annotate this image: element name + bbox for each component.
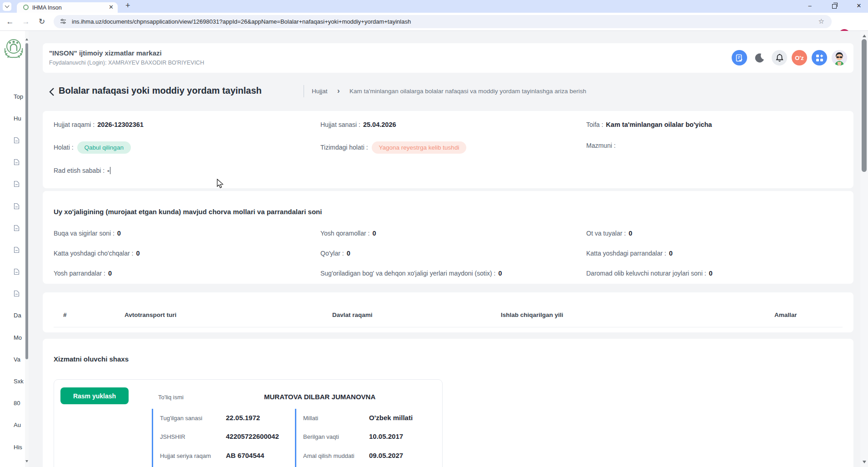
sidebar-item[interactable] bbox=[0, 129, 25, 151]
browser-tab-strip: IHMA Inson ✕ + – ✕ bbox=[0, 0, 868, 13]
reload-button[interactable]: ↻ bbox=[35, 13, 48, 31]
detail-label: Berilgan vaqti bbox=[303, 433, 339, 440]
field-hujjat-raqami: Hujjat raqami :2026-12302361 bbox=[54, 119, 144, 130]
chevron-down-icon bbox=[5, 4, 10, 8]
notifications-button[interactable] bbox=[772, 50, 787, 65]
status-badge: Qabul qilingan bbox=[77, 141, 131, 154]
field-mazmuni: Mazmuni : bbox=[586, 140, 619, 151]
forward-button[interactable]: → bbox=[20, 13, 32, 31]
livestock-card: Uy xo'jaligining (murojaat etgan kunda) … bbox=[43, 191, 853, 284]
sidebar-item[interactable]: Hu bbox=[0, 107, 25, 129]
detail-label: JSHSHIR bbox=[160, 433, 185, 440]
detail-value: AB 6704544 bbox=[226, 452, 264, 459]
tab-search-button[interactable] bbox=[3, 2, 11, 11]
sidebar-item[interactable] bbox=[0, 217, 25, 239]
field-hujjat-sanasi: Hujjat sanasi :25.04.2026 bbox=[320, 119, 396, 130]
address-bar[interactable]: ins.ihma.uz/documents/chpnsapplication/v… bbox=[54, 15, 832, 28]
detail-value: 22.05.1972 bbox=[226, 414, 260, 422]
field-toifa: Toifa :Kam ta'minlangan oilalar bo'yicha bbox=[586, 119, 712, 130]
browser-toolbar: ← → ↻ ins.ihma.uz/documents/chpnsapplica… bbox=[0, 13, 868, 31]
window-close-button[interactable]: ✕ bbox=[850, 0, 868, 13]
document-icon bbox=[14, 137, 20, 144]
field-chochqalar: Katta yoshdagi cho'chqalar :0 bbox=[54, 249, 140, 258]
page-scrollbar-thumb[interactable] bbox=[862, 39, 867, 172]
inson-logo[interactable] bbox=[3, 37, 24, 62]
sidebar-item[interactable]: Va bbox=[0, 348, 25, 370]
livestock-title: Uy xo'jaligining (murojaat etgan kunda) … bbox=[54, 208, 322, 216]
field-ot-tuyalar: Ot va tuyalar :0 bbox=[586, 229, 632, 238]
app-header: "INSON" ijtimoiy xizmatlar markazi Foyda… bbox=[43, 43, 853, 73]
site-favicon-icon bbox=[23, 5, 29, 10]
dark-mode-toggle[interactable] bbox=[752, 50, 767, 65]
sidebar-item[interactable] bbox=[0, 261, 25, 283]
sidebar-nav: Top Hu Da Mo Va Sxk 80 Au His bbox=[0, 85, 25, 458]
person-section-title: Xizmatni oluvchi shaxs bbox=[54, 355, 129, 363]
column-header-year: Ishlab chiqarilgan yili bbox=[501, 311, 563, 318]
grid-plus-icon bbox=[816, 54, 823, 62]
column-header-actions: Amallar bbox=[774, 311, 797, 318]
sidebar-item[interactable] bbox=[0, 173, 25, 195]
document-info-card: Hujjat raqami :2026-12302361 Hujjat sana… bbox=[43, 111, 853, 188]
sidebar-item[interactable] bbox=[0, 283, 25, 305]
field-rad-etish-sababi: Rad etish sababi :- bbox=[54, 165, 110, 176]
detail-value: 10.05.2017 bbox=[369, 432, 403, 440]
field-tizimdagi-holati: Tizimdagi holati :Yagona reyestrga kelib… bbox=[320, 141, 466, 154]
sidebar-scroll-up-icon[interactable] bbox=[25, 38, 28, 40]
document-icon bbox=[14, 268, 20, 275]
browser-tab[interactable]: IHMA Inson ✕ bbox=[17, 2, 118, 13]
scroll-up-icon[interactable] bbox=[863, 35, 866, 37]
document-icon bbox=[14, 203, 20, 210]
sidebar-item[interactable]: Da bbox=[0, 305, 25, 326]
back-button[interactable]: ← bbox=[4, 13, 16, 31]
window-minimize-button[interactable]: – bbox=[801, 0, 819, 13]
field-yosh-parrandalar: Yosh parrandalar :0 bbox=[54, 269, 112, 278]
field-qoylar: Qo'ylar :0 bbox=[320, 249, 350, 258]
restore-icon bbox=[832, 4, 837, 9]
sidebar-item[interactable] bbox=[0, 195, 25, 217]
scroll-down-icon[interactable] bbox=[863, 461, 866, 463]
tab-title: IHMA Inson bbox=[32, 5, 62, 11]
person-details-panel: Rasm yuklash To'liq ismi MURATOVA DILBAR… bbox=[54, 379, 443, 467]
page-scrollbar[interactable] bbox=[860, 31, 868, 467]
field-noturar-joylar: Daromad olib keluvchi noturar joylari so… bbox=[586, 269, 713, 278]
user-avatar[interactable] bbox=[832, 50, 847, 65]
bookmark-star-icon[interactable]: ☆ bbox=[818, 17, 824, 25]
field-holati: Holati :Qabul qilingan bbox=[54, 141, 131, 154]
mouse-cursor bbox=[217, 179, 224, 191]
column-header-transport-type: Avtotransport turi bbox=[125, 311, 176, 318]
column-header-number: # bbox=[63, 311, 67, 318]
breadcrumb-section[interactable]: Hujjat bbox=[312, 88, 328, 95]
document-icon bbox=[14, 181, 20, 187]
language-switcher[interactable]: O'z bbox=[792, 50, 807, 65]
detail-label: Amal qilish muddati bbox=[303, 452, 354, 459]
sidebar-item[interactable]: Sxk bbox=[0, 370, 25, 392]
sidebar-item[interactable] bbox=[0, 239, 25, 261]
document-icon bbox=[14, 159, 20, 166]
bell-icon bbox=[776, 54, 783, 62]
new-tab-button[interactable]: + bbox=[125, 1, 130, 10]
document-icon bbox=[14, 225, 20, 231]
detail-label: Tug'ilgan sanasi bbox=[160, 415, 202, 422]
sidebar-item[interactable]: His bbox=[0, 436, 25, 458]
documents-check-button[interactable] bbox=[732, 50, 747, 65]
detail-value: 09.05.2027 bbox=[369, 452, 403, 459]
detail-value: O'zbek millati bbox=[369, 414, 413, 422]
tab-close-icon[interactable]: ✕ bbox=[109, 4, 114, 10]
sidebar-item[interactable]: Au bbox=[0, 414, 25, 436]
apps-grid-button[interactable] bbox=[812, 50, 827, 65]
system-status-badge: Yagona reyestrga kelib tushdi bbox=[372, 141, 467, 154]
sidebar-item[interactable] bbox=[0, 151, 25, 173]
field-yosh-qoramollar: Yosh qoramollar :0 bbox=[320, 229, 376, 238]
vehicles-table-card: # Avtotransport turi Davlat raqami Ishla… bbox=[43, 292, 853, 332]
sidebar-item[interactable]: 80 bbox=[0, 392, 25, 414]
url-text[interactable]: ins.ihma.uz/documents/chpnsapplication/v… bbox=[72, 18, 411, 25]
sidebar-item[interactable]: Mo bbox=[0, 326, 25, 348]
field-buqa-sigirlar: Buqa va sigirlar soni :0 bbox=[54, 229, 121, 238]
window-restore-button[interactable] bbox=[825, 0, 843, 13]
sidebar-scroll-down-icon[interactable] bbox=[25, 460, 28, 462]
person-details-left: Tug'ilgan sanasi 22.05.1972 JSHSHIR 4220… bbox=[152, 409, 289, 467]
upload-photo-button[interactable]: Rasm yuklash bbox=[60, 387, 129, 404]
back-chevron-icon[interactable] bbox=[49, 87, 55, 98]
site-settings-icon[interactable] bbox=[60, 18, 66, 26]
column-header-plate-number: Davlat raqami bbox=[332, 311, 373, 318]
